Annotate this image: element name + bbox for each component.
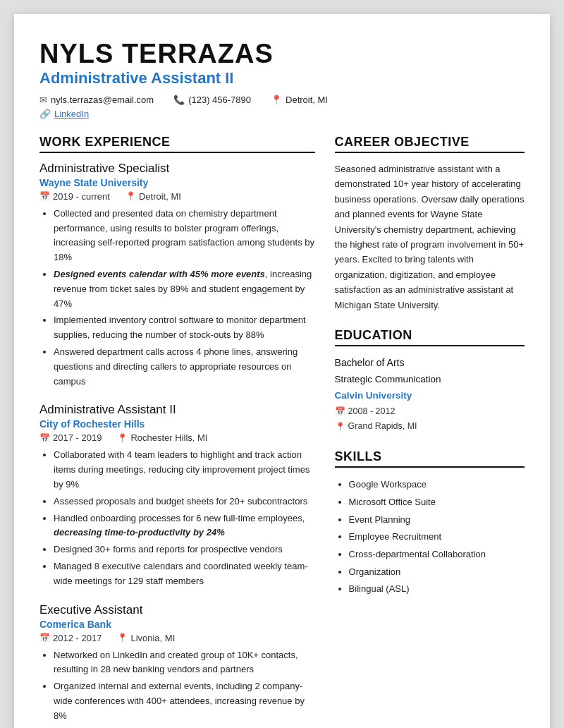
job-meta-3: 📅 2012 - 2017 📍 Livonia, MI: [39, 633, 315, 643]
phone-icon: 📞: [173, 95, 185, 105]
skill-item-3: Employee Recruitment: [349, 528, 525, 546]
job-location-1: 📍 Detroit, MI: [125, 191, 181, 202]
skill-item-2: Event Planning: [349, 511, 525, 529]
header: NYLS TERRAZAS Administrative Assistant I…: [39, 40, 525, 119]
edu-degree: Bachelor of Arts: [335, 355, 525, 372]
location-value: Detroit, MI: [286, 95, 328, 105]
job-location-2: 📍 Rochester Hills, MI: [117, 432, 207, 443]
skill-item-0: Google Workspace: [349, 476, 525, 494]
job-location-3: 📍 Livonia, MI: [117, 633, 175, 643]
job-company-2: City of Rochester Hills: [39, 418, 315, 430]
phone-value: (123) 456-7890: [188, 95, 251, 105]
email-value: nyls.terrazas@email.com: [51, 95, 154, 105]
job-bullets-1: Collected and presented data on chemistr…: [39, 207, 315, 389]
job-block-3: Executive Assistant Comerica Bank 📅 2012…: [39, 603, 315, 724]
work-experience-title: WORK EXPERIENCE: [39, 135, 315, 153]
education-title: EDUCATION: [335, 328, 525, 346]
edu-meta: 📅 2008 - 2012 📍 Grand Rapids, MI: [335, 404, 525, 435]
skill-item-4: Cross-departmental Collaboration: [349, 546, 525, 564]
contact-row: ✉ nyls.terrazas@email.com 📞 (123) 456-78…: [39, 95, 525, 105]
bullet-2-4: Managed 8 executive calendars and coordi…: [54, 559, 315, 589]
linkedin-contact: 🔗 LinkedIn: [39, 109, 89, 119]
linkedin-link[interactable]: LinkedIn: [54, 109, 89, 119]
resume-container: NYLS TERRAZAS Administrative Assistant I…: [14, 14, 550, 728]
education-section: EDUCATION Bachelor of Arts Strategic Com…: [335, 328, 525, 434]
career-objective-section: CAREER OBJECTIVE Seasoned administrative…: [335, 135, 525, 313]
job-company-3: Comerica Bank: [39, 619, 315, 630]
job-bullets-3: Networked on LinkedIn and created group …: [39, 648, 315, 724]
bullet-3-1: Organized internal and external events, …: [54, 679, 315, 723]
linkedin-icon: 🔗: [39, 109, 51, 119]
skills-list: Google WorkspaceMicrosoft Office SuiteEv…: [335, 476, 525, 598]
linkedin-label: LinkedIn: [54, 109, 89, 119]
job-bullets-2: Collaborated with 4 team leaders to high…: [39, 448, 315, 588]
left-column: WORK EXPERIENCE Administrative Specialis…: [39, 135, 315, 728]
job-title-2: Administrative Assistant II: [39, 403, 315, 417]
edu-loc-icon: 📍: [335, 420, 345, 434]
skill-item-1: Microsoft Office Suite: [349, 494, 525, 511]
loc-icon-2: 📍: [117, 433, 128, 443]
bullet-2-3: Designed 30+ forms and reports for prosp…: [54, 542, 315, 557]
job-dates-1: 📅 2019 - current: [39, 191, 110, 202]
bullet-1-3: Answered department calls across 4 phone…: [54, 345, 315, 389]
education-block: Bachelor of Arts Strategic Communication…: [335, 355, 525, 434]
calendar-icon-1: 📅: [39, 191, 50, 201]
skill-item-6: Bilingual (ASL): [349, 581, 525, 598]
edu-field: Strategic Communication: [335, 372, 525, 388]
right-column: CAREER OBJECTIVE Seasoned administrative…: [335, 135, 525, 728]
candidate-title: Administrative Assistant II: [39, 69, 525, 87]
location-contact: 📍 Detroit, MI: [271, 95, 328, 105]
edu-location: Grand Rapids, MI: [348, 419, 417, 434]
work-experience-section: WORK EXPERIENCE Administrative Specialis…: [39, 135, 315, 724]
calendar-icon-3: 📅: [39, 633, 50, 643]
bullet-1-2: Implemented inventory control software t…: [54, 313, 315, 343]
loc-icon-1: 📍: [125, 191, 136, 201]
job-title-1: Administrative Specialist: [39, 162, 315, 176]
job-dates-2: 📅 2017 - 2019: [39, 432, 102, 443]
bullet-3-0: Networked on LinkedIn and created group …: [54, 648, 315, 678]
bullet-2-1: Assessed proposals and budget sheets for…: [54, 495, 315, 509]
email-icon: ✉: [39, 95, 47, 105]
edu-calendar-icon: 📅: [335, 404, 345, 418]
candidate-name: NYLS TERRAZAS: [39, 40, 525, 69]
email-contact: ✉ nyls.terrazas@email.com: [39, 95, 154, 105]
job-meta-1: 📅 2019 - current 📍 Detroit, MI: [39, 191, 315, 202]
loc-icon-3: 📍: [117, 633, 128, 643]
job-block-1: Administrative Specialist Wayne State Un…: [39, 162, 315, 389]
bullet-2-0: Collaborated with 4 team leaders to high…: [54, 448, 315, 492]
job-dates-3: 📅 2012 - 2017: [39, 633, 102, 643]
location-icon: 📍: [271, 95, 282, 105]
edu-dates: 2008 - 2012: [348, 404, 396, 419]
phone-contact: 📞 (123) 456-7890: [173, 95, 251, 105]
skills-section: SKILLS Google WorkspaceMicrosoft Office …: [335, 449, 525, 598]
linkedin-row: 🔗 LinkedIn: [39, 109, 525, 119]
bullet-1-0: Collected and presented data on chemistr…: [54, 207, 315, 265]
edu-location-row: 📍 Grand Rapids, MI: [335, 419, 525, 434]
skill-item-5: Organization: [349, 564, 525, 581]
job-title-3: Executive Assistant: [39, 603, 315, 617]
edu-dates-row: 📅 2008 - 2012: [335, 404, 525, 419]
calendar-icon-2: 📅: [39, 433, 50, 443]
skills-title: SKILLS: [335, 449, 525, 468]
career-objective-title: CAREER OBJECTIVE: [335, 135, 525, 153]
edu-school: Calvin University: [335, 388, 525, 404]
bullet-2-2: Handled onboarding processes for 6 new f…: [54, 511, 315, 541]
resume-body: WORK EXPERIENCE Administrative Specialis…: [39, 135, 525, 728]
job-block-2: Administrative Assistant II City of Roch…: [39, 403, 315, 588]
career-objective-text: Seasoned administrative assistant with a…: [335, 162, 525, 313]
job-meta-2: 📅 2017 - 2019 📍 Rochester Hills, MI: [39, 432, 315, 443]
bullet-1-1: Designed events calendar with 45% more e…: [54, 267, 315, 311]
job-company-1: Wayne State University: [39, 177, 315, 188]
